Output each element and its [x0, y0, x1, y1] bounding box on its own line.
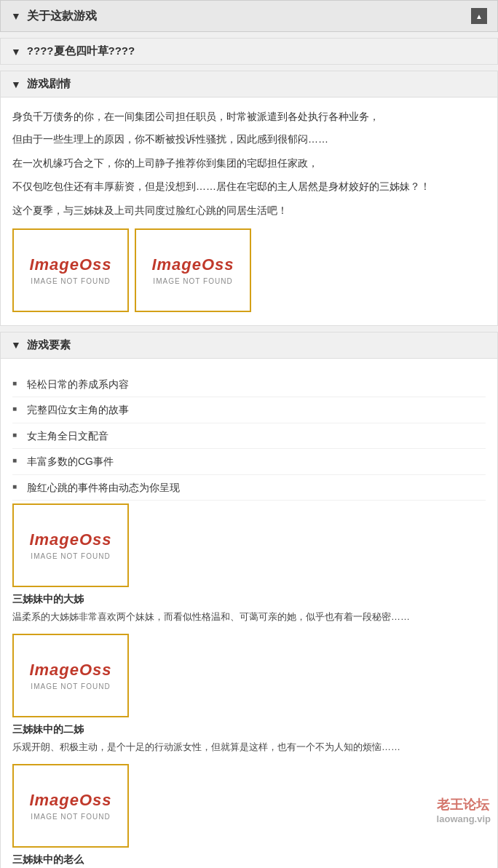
scroll-top-button[interactable]: ▲	[471, 8, 487, 24]
story-image-2-label: ImageOss	[151, 255, 234, 274]
character-block-1: ImageOss IMAGE NOT FOUND 三姊妹中的大姊 温柔系的大姊姊…	[12, 503, 486, 625]
story-section-title: 游戏剧情	[27, 77, 71, 91]
story-content: 身负千万债务的你，在一间集团公司担任职员，时常被派遣到各处执行各种业务， 但由于…	[0, 97, 498, 326]
features-content: 轻松日常的养成系内容 完整四位女主角的故事 女主角全日文配音 丰富多数的CG事件…	[0, 359, 498, 868]
feature-item-2: 完整四位女主角的故事	[12, 397, 486, 423]
main-section-title: 关于这款游戏	[27, 9, 97, 24]
story-section-header: ▼ 游戏剧情	[0, 71, 498, 97]
story-image-1-not-found: IMAGE NOT FOUND	[31, 277, 110, 285]
story-image-1-label: ImageOss	[29, 255, 111, 274]
story-image-1: ImageOss IMAGE NOT FOUND	[12, 228, 129, 312]
character-block-3: ImageOss IMAGE NOT FOUND 三姊妹中的老么 不爱说话、冷淡…	[12, 764, 486, 868]
story-paragraph-2: 在一次机缘巧合之下，你的上司静子推荐你到集团的宅邸担任家政， 不仅包吃包住还有丰…	[12, 154, 486, 195]
story-image-2: ImageOss IMAGE NOT FOUND	[135, 228, 251, 312]
character-3-image-label: ImageOss	[29, 791, 111, 810]
game-title: ????夏色四叶草????	[27, 44, 135, 58]
character-2-desc: 乐观开朗、积极主动，是个十足的行动派女性，但就算是这样，也有一个不为人知的烦恼……	[12, 739, 486, 755]
character-3-name: 三姊妹中的老么	[12, 853, 486, 867]
game-title-header: ▼ ????夏色四叶草????	[0, 38, 498, 65]
character-3-image: ImageOss IMAGE NOT FOUND	[12, 764, 129, 848]
story-arrow-icon[interactable]: ▼	[11, 79, 21, 90]
character-2-image-label: ImageOss	[29, 661, 111, 680]
character-3-image-not-found: IMAGE NOT FOUND	[31, 813, 110, 821]
character-1-desc: 温柔系的大姊姊非常喜欢两个妹妹，而看似性格温和、可蔼可亲的她，似乎也有着一段秘密…	[12, 609, 486, 625]
character-2-name: 三姊妹中的二姊	[12, 723, 486, 736]
main-section-header: ▼ 关于这款游戏 ▲	[0, 0, 498, 32]
character-2-image-not-found: IMAGE NOT FOUND	[31, 682, 110, 690]
features-list: 轻松日常的养成系内容 完整四位女主角的故事 女主角全日文配音 丰富多数的CG事件…	[12, 369, 486, 503]
character-1-image: ImageOss IMAGE NOT FOUND	[12, 503, 129, 587]
features-section-header: ▼ 游戏要素	[0, 332, 498, 359]
character-1-image-label: ImageOss	[29, 530, 111, 549]
story-paragraph-1: 身负千万债务的你，在一间集团公司担任职员，时常被派遣到各处执行各种业务， 但由于…	[12, 108, 486, 148]
feature-item-1: 轻松日常的养成系内容	[12, 372, 486, 397]
main-arrow-icon[interactable]: ▼	[11, 10, 21, 22]
character-2-image: ImageOss IMAGE NOT FOUND	[12, 634, 129, 717]
feature-item-3: 女主角全日文配音	[12, 423, 486, 449]
story-image-2-not-found: IMAGE NOT FOUND	[153, 277, 232, 285]
features-arrow-icon[interactable]: ▼	[11, 339, 21, 351]
feature-item-4: 丰富多数的CG事件	[12, 449, 486, 474]
character-1-name: 三姊妹中的大姊	[12, 593, 486, 606]
story-images-row: ImageOss IMAGE NOT FOUND ImageOss IMAGE …	[12, 228, 486, 312]
game-title-arrow-icon[interactable]: ▼	[11, 46, 21, 57]
character-block-2: ImageOss IMAGE NOT FOUND 三姊妹中的二姊 乐观开朗、积极…	[12, 634, 486, 755]
features-section-title: 游戏要素	[27, 338, 71, 352]
character-1-image-not-found: IMAGE NOT FOUND	[31, 552, 110, 560]
story-paragraph-3: 这个夏季，与三姊妹及上司共同度过脸红心跳的同居生活吧！	[12, 202, 486, 220]
feature-item-5: 脸红心跳的事件将由动态为你呈现	[12, 475, 486, 501]
